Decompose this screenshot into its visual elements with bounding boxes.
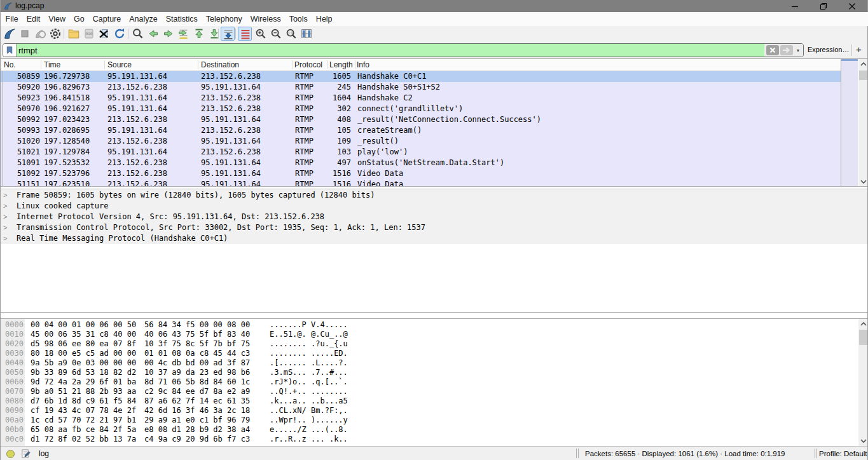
packet-row[interactable]: 51021197.12978495.191.131.64213.152.6.23…: [1, 147, 841, 158]
column-separator[interactable]: [104, 60, 105, 69]
filter-clear-button[interactable]: [766, 45, 779, 55]
menu-help[interactable]: Help: [312, 15, 336, 24]
close-button[interactable]: [837, 0, 866, 12]
filter-dropdown-caret[interactable]: ▼: [794, 48, 802, 53]
hex-row[interactable]: 00b065 08 aa fb ce 84 2f 5ae8 08 d1 28 b…: [1, 425, 867, 435]
menu-go[interactable]: Go: [70, 15, 89, 24]
hex-row[interactable]: 0020d5 98 06 ee 80 ea 07 8f10 3f 75 8c 5…: [1, 339, 867, 349]
column-header-length[interactable]: Length: [329, 60, 353, 69]
filter-apply-button[interactable]: [780, 45, 793, 55]
go-to-last-button[interactable]: [207, 27, 221, 41]
hex-row[interactable]: 00409a 5b a9 0e 03 00 00 0000 4c db bd 0…: [1, 358, 867, 368]
hex-row[interactable]: 000000 04 00 01 00 06 00 5056 84 34 f5 0…: [1, 320, 867, 330]
scrollbar-thumb[interactable]: [859, 330, 867, 345]
reload-file-button[interactable]: [113, 27, 127, 41]
scroll-down-button[interactable]: [858, 177, 867, 187]
column-separator[interactable]: [327, 60, 327, 69]
filter-text[interactable]: rtmpt: [18, 46, 764, 55]
hex-row[interactable]: 00709b a0 51 21 88 2b 93 aac2 9c 84 ee d…: [1, 387, 867, 396]
expand-chevron-icon[interactable]: >: [3, 201, 7, 212]
column-separator[interactable]: [198, 60, 198, 69]
hex-row[interactable]: 003080 18 00 e5 c5 ad 00 0001 01 08 0a c…: [1, 349, 867, 358]
zoom-normal-button[interactable]: 1:1: [284, 27, 298, 41]
find-packet-button[interactable]: [131, 27, 145, 41]
open-file-button[interactable]: [67, 27, 81, 41]
expand-chevron-icon[interactable]: >: [3, 190, 7, 201]
restart-capture-button[interactable]: [33, 27, 47, 41]
filter-bookmark-icon[interactable]: [3, 43, 17, 57]
auto-scroll-button[interactable]: [221, 27, 235, 41]
column-separator[interactable]: [41, 60, 41, 69]
stop-capture-button[interactable]: [18, 27, 32, 41]
resize-columns-button[interactable]: [300, 27, 313, 41]
expand-chevron-icon[interactable]: >: [3, 212, 7, 222]
column-header-no[interactable]: No.: [4, 60, 16, 69]
column-separator[interactable]: [355, 60, 355, 69]
close-file-button[interactable]: [97, 27, 111, 41]
zoom-in-button[interactable]: [254, 27, 268, 41]
menu-analyze[interactable]: Analyze: [125, 15, 162, 24]
column-header-destination[interactable]: Destination: [201, 60, 239, 69]
start-capture-button[interactable]: [3, 27, 17, 41]
packet-row[interactable]: 51092197.523796213.152.6.23895.191.131.6…: [1, 168, 841, 179]
detail-row[interactable]: >Frame 50859: 1605 bytes on wire (12840 …: [1, 190, 867, 201]
zoom-out-button[interactable]: [269, 27, 283, 41]
scroll-up-button[interactable]: [858, 59, 867, 69]
capture-comment-icon[interactable]: [21, 449, 31, 460]
expert-info-icon[interactable]: [6, 450, 15, 458]
detail-row[interactable]: >Linux cooked capture: [1, 201, 867, 212]
packet-row[interactable]: 50923196.84151895.191.131.64213.152.6.23…: [1, 93, 841, 104]
packet-row[interactable]: 50859196.72973895.191.131.64213.152.6.23…: [1, 71, 841, 82]
menu-edit[interactable]: Edit: [22, 15, 45, 24]
capture-options-button[interactable]: [48, 27, 62, 41]
menu-file[interactable]: File: [1, 15, 22, 24]
column-header-protocol[interactable]: Protocol: [294, 60, 322, 69]
go-back-button[interactable]: [146, 27, 160, 41]
column-header-info[interactable]: Info: [357, 60, 369, 69]
menu-view[interactable]: View: [45, 15, 70, 24]
packet-row[interactable]: 50920196.829673213.152.6.23895.191.131.6…: [1, 82, 841, 93]
detail-row[interactable]: >Internet Protocol Version 4, Src: 95.19…: [1, 212, 867, 222]
scroll-down-button[interactable]: [858, 436, 867, 446]
detail-row[interactable]: >Transmission Control Protocol, Src Port…: [1, 222, 867, 233]
scrollbar-thumb[interactable]: [859, 71, 867, 80]
menu-wireless[interactable]: Wireless: [246, 15, 285, 24]
colorize-button[interactable]: [238, 27, 252, 41]
packet-row[interactable]: 51151197.623510213.152.6.23895.191.131.6…: [1, 179, 841, 187]
intelligent-scrollbar[interactable]: [841, 59, 858, 187]
packet-list-scrollbar[interactable]: [858, 59, 867, 187]
menu-telephony[interactable]: Telephony: [202, 15, 246, 24]
bytes-scrollbar[interactable]: [858, 319, 867, 446]
go-to-first-button[interactable]: [192, 27, 206, 41]
column-separator[interactable]: [292, 60, 293, 69]
hex-row[interactable]: 0090cf 19 43 4c 07 78 4e 2f42 6d 16 3f 4…: [1, 406, 867, 416]
add-filter-button[interactable]: +: [856, 44, 862, 55]
menu-statistics[interactable]: Statistics: [162, 15, 202, 24]
packet-row[interactable]: 50992197.023423213.152.6.23895.191.131.6…: [1, 114, 841, 125]
menu-capture[interactable]: Capture: [88, 15, 125, 24]
go-forward-button[interactable]: [162, 27, 176, 41]
go-to-packet-button[interactable]: [177, 27, 191, 41]
hex-row[interactable]: 00a01c cd 57 70 72 21 97 b129 a9 a1 e0 c…: [1, 416, 867, 425]
expand-chevron-icon[interactable]: >: [3, 222, 7, 233]
profile-label[interactable]: Profile: Default: [819, 450, 867, 457]
maximize-button[interactable]: [809, 0, 837, 12]
scroll-up-button[interactable]: [858, 319, 867, 329]
hex-row[interactable]: 001045 00 06 35 31 c8 40 0040 06 43 75 5…: [1, 330, 867, 339]
minimize-button[interactable]: [780, 0, 809, 12]
save-file-button[interactable]: 010: [82, 27, 96, 41]
expression-button[interactable]: Expression…: [808, 46, 849, 53]
packet-row[interactable]: 50970196.92162795.191.131.64213.152.6.23…: [1, 104, 841, 114]
packet-row[interactable]: 50993197.02869595.191.131.64213.152.6.23…: [1, 125, 841, 136]
column-header-source[interactable]: Source: [107, 60, 132, 69]
packet-row[interactable]: 51091197.523532213.152.6.23895.191.131.6…: [1, 158, 841, 168]
expand-chevron-icon[interactable]: >: [3, 233, 7, 244]
packet-row[interactable]: 51020197.128540213.152.6.23895.191.131.6…: [1, 136, 841, 147]
hex-row[interactable]: 00509b 33 89 6d 53 18 82 d210 37 a9 da 2…: [1, 368, 867, 377]
hex-row[interactable]: 0080d7 6b 1d 8d c9 61 f5 8487 a6 62 7f 1…: [1, 396, 867, 406]
hex-row[interactable]: 00609d 72 4a 2a 29 6f 01 ba8d 71 06 5b 8…: [1, 377, 867, 387]
detail-row[interactable]: >Real Time Messaging Protocol (Handshake…: [1, 233, 867, 244]
menu-tools[interactable]: Tools: [285, 15, 312, 24]
display-filter-input[interactable]: rtmpt ▼: [3, 43, 804, 57]
hex-row[interactable]: 00c0d1 72 8f 02 52 bb 13 7ac4 9a c9 20 9…: [1, 435, 867, 444]
